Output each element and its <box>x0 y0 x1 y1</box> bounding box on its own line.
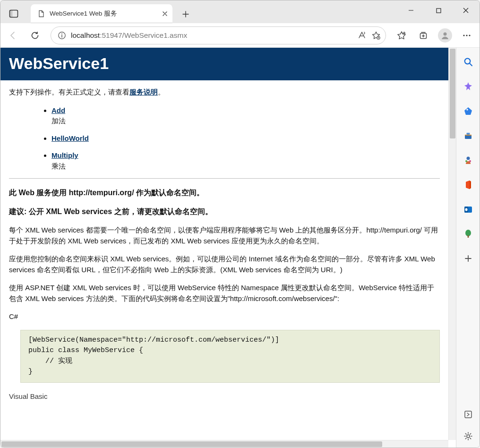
svg-point-18 <box>469 160 471 162</box>
horizontal-scrollbar[interactable] <box>0 440 448 448</box>
shopping-icon[interactable] <box>462 104 475 118</box>
browser-tab[interactable]: WebService1 Web 服务 <box>31 4 172 23</box>
new-tab-button[interactable] <box>177 6 194 23</box>
svg-point-10 <box>469 34 470 36</box>
minimize-button[interactable] <box>397 0 425 20</box>
operation-link-add[interactable]: Add <box>51 106 65 114</box>
page-icon <box>37 10 45 17</box>
office-icon[interactable] <box>462 178 475 191</box>
tools-icon[interactable] <box>462 129 475 142</box>
add-sidebar-icon[interactable] <box>462 252 475 265</box>
page-content: WebService1 支持下列操作。有关正式定义，请查看服务说明。 Add 加… <box>0 48 448 440</box>
browser-titlebar: WebService1 Web 服务 <box>0 0 480 23</box>
tree-icon[interactable] <box>462 227 475 241</box>
svg-rect-23 <box>467 235 469 238</box>
operation-item: Multiply 乘法 <box>51 150 440 172</box>
collapse-sidebar-icon[interactable] <box>462 408 475 421</box>
svg-point-9 <box>466 34 467 36</box>
search-icon[interactable] <box>462 55 475 69</box>
svg-rect-1 <box>10 10 13 17</box>
svg-point-16 <box>466 157 470 160</box>
svg-point-25 <box>467 435 470 438</box>
browser-sidebar <box>456 48 480 448</box>
svg-rect-24 <box>465 411 471 418</box>
namespace-para-3: 使用 ASP.NET 创建 XML Web services 时，可以使用 We… <box>9 283 440 304</box>
lang-label-vb: Visual Basic <box>9 391 440 402</box>
operation-item: Add 加法 <box>51 105 440 127</box>
tab-title: WebService1 Web 服务 <box>50 9 157 18</box>
service-description-link[interactable]: 服务说明 <box>129 88 158 96</box>
lang-label-csharp: C# <box>9 311 440 322</box>
favorites-button[interactable] <box>392 26 411 45</box>
svg-point-21 <box>465 208 467 211</box>
operation-desc: 加法 <box>51 116 440 127</box>
site-info-icon[interactable] <box>58 31 66 40</box>
vertical-scrollbar[interactable] <box>448 48 456 440</box>
svg-point-8 <box>463 34 464 36</box>
window-controls <box>397 0 480 23</box>
svg-rect-14 <box>466 133 470 135</box>
close-window-button[interactable] <box>452 0 480 20</box>
svg-point-7 <box>444 32 447 35</box>
divider <box>9 178 440 179</box>
collections-button[interactable] <box>413 26 433 45</box>
intro-paragraph: 支持下列操作。有关正式定义，请查看服务说明。 <box>9 87 440 98</box>
operation-link-helloworld[interactable]: HelloWorld <box>51 134 89 142</box>
outlook-icon[interactable] <box>462 203 475 216</box>
code-sample-csharp: [WebService(Namespace="http://microsoft.… <box>20 330 440 383</box>
back-button[interactable] <box>3 26 23 45</box>
maximize-button[interactable] <box>425 0 452 20</box>
namespace-para-2: 应使用您控制的命名空间来标识 XML Web services。例如，可以使用公… <box>9 254 440 275</box>
tab-actions-button[interactable] <box>4 6 23 22</box>
refresh-button[interactable] <box>25 26 45 45</box>
service-title: WebService1 <box>9 54 440 73</box>
settings-icon[interactable] <box>462 430 475 443</box>
browser-toolbar: localhost:51947/WebService1.asmx <box>0 23 480 48</box>
namespace-para-1: 每个 XML Web services 都需要一个唯一的命名空间，以便客户端应用… <box>9 225 440 246</box>
svg-point-4 <box>61 33 62 34</box>
svg-point-22 <box>465 230 471 236</box>
svg-rect-15 <box>465 135 471 136</box>
svg-point-17 <box>465 160 467 162</box>
operations-list: Add 加法 HelloWorld Multiply 乘法 <box>51 105 440 172</box>
close-tab-icon[interactable] <box>162 11 168 17</box>
content-viewport: WebService1 支持下列操作。有关正式定义，请查看服务说明。 Add 加… <box>0 48 456 448</box>
read-aloud-icon[interactable] <box>357 31 367 40</box>
more-button[interactable] <box>457 26 477 45</box>
operation-item: HelloWorld <box>51 133 440 144</box>
service-header: WebService1 <box>0 48 448 80</box>
svg-rect-2 <box>437 9 441 13</box>
operation-desc: 乘法 <box>51 161 440 172</box>
address-bar[interactable]: localhost:51947/WebService1.asmx <box>51 26 386 44</box>
svg-point-12 <box>466 109 468 110</box>
favorite-icon[interactable] <box>371 31 381 40</box>
games-icon[interactable] <box>462 154 475 167</box>
discover-icon[interactable] <box>462 80 475 93</box>
url-text: localhost:51947/WebService1.asmx <box>71 31 352 40</box>
operation-link-multiply[interactable]: Multiply <box>51 151 78 159</box>
namespace-heading: 此 Web 服务使用 http://tempuri.org/ 作为默认命名空间。 <box>9 187 440 198</box>
namespace-advice: 建议: 公开 XML Web services 之前，请更改默认命名空间。 <box>9 206 440 217</box>
profile-avatar[interactable] <box>438 28 452 43</box>
